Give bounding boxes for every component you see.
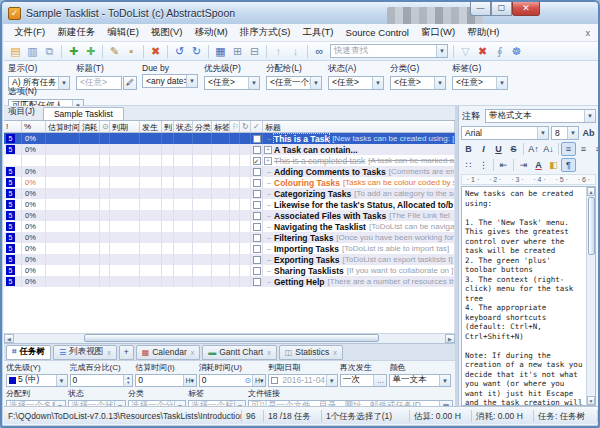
move-up-icon[interactable]: ↑ — [270, 44, 287, 59]
task-row[interactable]: 50%–Associated Files with Tasks[The File… — [4, 210, 455, 221]
numbered-list-icon[interactable]: ⋮ — [476, 158, 491, 172]
vertical-scrollbar[interactable]: ▲ ▼ — [586, 187, 595, 405]
collapse-tasks-icon[interactable]: ⊟ — [246, 44, 263, 59]
tab-list-view[interactable]: ☰列表视图x — [53, 345, 117, 360]
col-due-date[interactable]: 到期 — [110, 121, 140, 132]
shrink-font-icon[interactable]: A↓ — [541, 142, 556, 156]
underline-icon[interactable]: U — [491, 142, 506, 156]
filter-select-category[interactable]: <任意>▼ — [390, 76, 446, 90]
col-file-link-icon[interactable]: ⚐ — [230, 121, 240, 132]
menu-item-7[interactable]: Source Control — [340, 25, 415, 40]
filter-select-tag[interactable]: <任意>▼ — [452, 76, 508, 90]
task-checkbox[interactable] — [253, 245, 261, 253]
date-checkbox[interactable] — [271, 377, 278, 384]
col-recurrence-icon[interactable]: ↻ — [240, 121, 251, 132]
minimize-button[interactable]: — — [470, 2, 491, 16]
open-tasklist-icon[interactable]: ▤ — [7, 44, 24, 59]
attr-field-color[interactable]: 单一文本▼ — [389, 374, 451, 387]
scrollbar-thumb[interactable] — [588, 197, 595, 255]
task-color-icon[interactable]: ✖ — [147, 44, 164, 59]
tab-task-tree[interactable]: ⌗任务树 — [6, 345, 51, 360]
task-row[interactable]: 50%–Navigating the Tasklist[ToDoList can… — [4, 221, 455, 232]
attr-field-priority[interactable]: 5 (中)▼ — [6, 374, 68, 387]
close-button[interactable]: ✕ — [512, 2, 540, 16]
outdent-icon[interactable]: ⇤ — [496, 158, 511, 172]
redo-icon[interactable]: ↻ — [188, 44, 205, 59]
attr-field-recurrence[interactable]: 一次… — [340, 374, 388, 387]
task-title[interactable]: This is a completed task — [274, 156, 365, 166]
task-title[interactable]: Exporting Tasks — [274, 255, 340, 265]
col-time-spent[interactable]: 消耗 — [80, 121, 100, 132]
task-title[interactable]: Importing Tasks — [274, 244, 339, 254]
task-title[interactable]: Associated Files with Tasks — [274, 211, 386, 221]
attr-field-time-estimate[interactable]: 0H▾ — [135, 374, 197, 387]
horizontal-scrollbar[interactable]: ◀ ▶ — [4, 333, 455, 343]
maximize-button[interactable]: ▢ — [491, 2, 512, 16]
task-checkbox[interactable] — [253, 278, 261, 286]
scrollbar-thumb[interactable] — [84, 334, 379, 342]
task-title[interactable]: Navigating the Tasklist — [274, 222, 366, 232]
attr-field-due-date[interactable]: 2016-11-04▼ — [268, 374, 338, 387]
col-clock-icon[interactable]: ⊙ — [100, 121, 110, 132]
find-tasks-icon[interactable]: ∞ — [311, 44, 328, 59]
col-percent[interactable]: % — [22, 121, 46, 132]
task-checkbox[interactable] — [253, 146, 261, 154]
task-title[interactable]: Likewise for the task's Status, Allocate… — [274, 200, 453, 210]
spinner-icon[interactable]: ▲▼ — [123, 375, 132, 386]
task-checkbox[interactable] — [253, 234, 261, 242]
ellipsis-button[interactable]: … — [373, 375, 386, 386]
clear-filter-icon[interactable]: ✖ — [474, 44, 491, 59]
project-tab[interactable]: Sample Tasklist — [43, 107, 124, 120]
strikethrough-icon[interactable]: S — [506, 142, 521, 156]
scroll-right-icon[interactable]: ▶ — [445, 334, 455, 343]
menu-item-5[interactable]: 排序方式(S) — [234, 24, 297, 41]
task-title[interactable]: Adding Comments to Tasks — [274, 167, 386, 177]
task-title[interactable]: Categorizing Tasks — [274, 189, 351, 199]
task-checkbox[interactable] — [253, 135, 261, 143]
menu-item-6[interactable]: 工具(T) — [296, 24, 339, 41]
menu-item-8[interactable]: 窗口(W) — [415, 24, 461, 41]
menu-item-4[interactable]: 移动(M) — [188, 24, 233, 41]
time-unit-button[interactable]: H▾ — [252, 375, 265, 386]
task-checkbox[interactable] — [253, 201, 261, 209]
task-row[interactable]: 50%–This is a Task[New tasks can be crea… — [4, 133, 455, 144]
task-checkbox[interactable] — [253, 267, 261, 275]
task-checkbox[interactable] — [253, 223, 261, 231]
attr-field-time-spent[interactable]: 0⊙H▾ — [199, 374, 267, 387]
menu-item-9[interactable]: 帮助(H) — [461, 24, 505, 41]
close-tab-icon[interactable]: x — [267, 349, 271, 356]
col-start-date[interactable]: 发生 — [140, 121, 162, 132]
indent-icon[interactable]: ⇥ — [516, 158, 531, 172]
close-tab-icon[interactable]: x — [333, 349, 337, 356]
task-title[interactable]: Getting Help — [274, 277, 325, 287]
task-title[interactable]: Filtering Tasks — [274, 233, 333, 243]
filter-select-assigned-to[interactable]: <任意一个>▼ — [266, 76, 322, 90]
task-row[interactable]: 50%–Colouring Tasks[Tasks can be colour … — [4, 177, 455, 188]
tab-add-view[interactable]: + — [119, 345, 134, 360]
col-tag[interactable]: 标签 — [212, 121, 230, 132]
attr-field-percent-done[interactable]: 0▲▼ — [70, 374, 134, 387]
task-title[interactable]: Colouring Tasks — [274, 178, 340, 188]
task-row[interactable]: 50%–Importing Tasks[ToDoList is able to … — [4, 243, 455, 254]
font-family-select[interactable]: Arial ▼ — [461, 126, 549, 140]
attachment-icon[interactable]: ∮ — [491, 44, 508, 59]
new-subtask-icon[interactable]: ✚ — [82, 44, 99, 59]
close-tab-icon[interactable]: x — [107, 349, 111, 356]
task-row[interactable]: ✓+This is a completed task[A task can be… — [4, 155, 455, 166]
expand-tasks-icon[interactable]: ⊞ — [229, 44, 246, 59]
comments-text[interactable]: New tasks can be created using: 1. The '… — [462, 187, 586, 405]
grow-font-icon[interactable]: A↑ — [526, 142, 541, 156]
tab-gantt-chart[interactable]: ▬Gantt Chartx — [202, 345, 276, 360]
undo-icon[interactable]: ↺ — [171, 44, 188, 59]
maximize-view-icon[interactable]: ▦ — [212, 44, 229, 59]
close-tab-icon[interactable]: x — [191, 349, 195, 356]
task-row[interactable]: 50%–Categorizing Tasks[To add an categor… — [4, 188, 455, 199]
bullet-list-icon[interactable]: ∷ — [461, 158, 476, 172]
spin-down-icon[interactable]: ▼ — [124, 380, 132, 386]
save-tasklist-icon[interactable]: ▥ — [24, 44, 41, 59]
quick-find-combobox[interactable]: 快速查找▼ — [330, 44, 448, 58]
new-task-icon[interactable]: ✚ — [65, 44, 82, 59]
menu-item-1[interactable]: 新建任务 — [51, 24, 101, 41]
scroll-left-icon[interactable]: ◀ — [4, 334, 14, 343]
font-color-icon[interactable]: A — [531, 158, 546, 172]
